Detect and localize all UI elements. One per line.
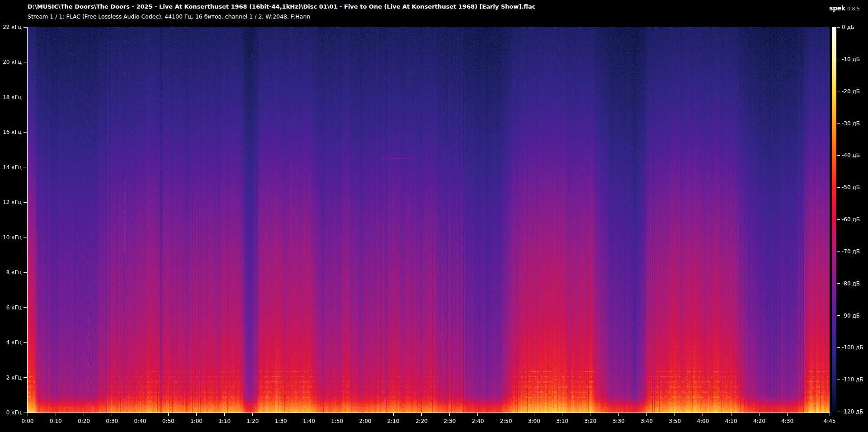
db-tick-label: 0 дБ (842, 24, 854, 30)
freq-tick-label: 16 кГц (0, 129, 22, 135)
time-tick (224, 413, 225, 416)
freq-tick-label: 20 кГц (0, 59, 22, 65)
time-tick (281, 413, 281, 416)
time-tick (562, 413, 562, 416)
db-tick-label: -40 дБ (842, 152, 860, 158)
time-tick-label: 4:00 (693, 418, 713, 424)
db-tick (837, 91, 840, 91)
time-tick (28, 413, 28, 416)
freq-tick (24, 307, 27, 308)
time-tick (393, 413, 394, 416)
db-tick (837, 315, 840, 316)
db-tick-label: -50 дБ (842, 184, 860, 190)
time-tick (84, 413, 84, 416)
freq-tick (24, 342, 27, 343)
freq-tick (24, 237, 27, 237)
db-tick-label: -110 дБ (842, 376, 863, 383)
spek-app-name: spek (829, 5, 845, 12)
time-tick-label: 4:10 (721, 418, 741, 424)
time-tick (477, 413, 478, 416)
time-tick-label: 1:00 (186, 418, 206, 424)
time-tick-label: 3:40 (637, 418, 656, 424)
time-tick (196, 413, 197, 416)
time-tick-label: 0:40 (130, 418, 150, 424)
time-tick-label: 2:50 (496, 418, 516, 424)
db-tick-label: -30 дБ (842, 120, 860, 127)
time-tick-label: 0:00 (18, 418, 38, 424)
db-tick-label: -60 дБ (842, 216, 860, 223)
freq-tick-label: 2 кГц (0, 375, 22, 381)
freq-tick (24, 377, 27, 378)
db-tick (837, 283, 840, 284)
time-tick (759, 413, 760, 416)
spek-window: D:\MUSIC\The Doors\The Doors - 2025 - Li… (0, 0, 868, 432)
spek-logo: spek0.8.5 (829, 4, 860, 12)
db-tick (837, 187, 840, 188)
time-tick-label: 4:30 (778, 418, 797, 424)
db-tick-label: -100 дБ (842, 344, 863, 351)
time-tick-label: 1:30 (271, 418, 291, 424)
stream-info: Stream 1 / 1: FLAC (Free Lossless Audio … (28, 13, 310, 20)
freq-tick-label: 8 кГц (0, 269, 22, 275)
time-tick (787, 413, 788, 416)
time-tick (646, 413, 647, 416)
time-tick (337, 413, 337, 416)
time-tick (449, 413, 450, 416)
spek-app-version: 0.8.5 (847, 6, 860, 12)
db-tick (837, 219, 840, 220)
db-tick-label: -70 дБ (842, 248, 860, 255)
time-tick-label: 1:40 (299, 418, 319, 424)
time-tick (140, 413, 140, 416)
time-tick-label: 1:10 (215, 418, 235, 424)
time-tick (534, 413, 534, 416)
time-tick-label: 3:10 (552, 418, 572, 424)
db-tick (837, 123, 840, 123)
time-tick (675, 413, 675, 416)
freq-tick-label: 10 кГц (0, 234, 22, 241)
freq-tick (24, 202, 27, 203)
time-tick (830, 413, 830, 416)
freq-tick (24, 97, 27, 97)
freq-tick (24, 27, 27, 28)
time-tick (309, 413, 309, 416)
db-tick (837, 347, 840, 348)
time-tick-label: 3:00 (524, 418, 544, 424)
freq-tick (24, 272, 27, 273)
db-tick-label: -120 дБ (842, 408, 863, 415)
time-tick-label: 3:20 (580, 418, 600, 424)
db-tick-label: -20 дБ (842, 88, 860, 95)
y-axis-line (27, 27, 28, 413)
time-tick-label: 1:20 (243, 418, 263, 424)
time-tick-label: 2:30 (440, 418, 460, 424)
time-tick (590, 413, 590, 416)
time-tick-label: 0:20 (74, 418, 94, 424)
time-tick-label: 2:00 (355, 418, 375, 424)
time-tick (112, 413, 112, 416)
colorbar-gradient (832, 27, 836, 412)
db-tick (837, 59, 840, 59)
db-tick (837, 412, 840, 412)
db-tick (837, 251, 840, 252)
freq-tick (24, 167, 27, 167)
time-tick-label: 4:20 (749, 418, 769, 424)
spectrogram-canvas (28, 27, 830, 413)
freq-tick-label: 4 кГц (0, 339, 22, 346)
db-tick-label: -90 дБ (842, 313, 860, 319)
x-axis-line (27, 413, 830, 413)
time-tick-label: 2:10 (383, 418, 403, 424)
freq-tick-label: 12 кГц (0, 199, 22, 205)
time-tick (421, 413, 422, 416)
time-tick-label: 3:50 (665, 418, 685, 424)
freq-tick-label: 18 кГц (0, 94, 22, 100)
time-tick-label: 1:50 (327, 418, 347, 424)
time-tick-label: 0:50 (158, 418, 178, 424)
time-tick-label: 2:20 (411, 418, 431, 424)
time-tick (506, 413, 506, 416)
time-tick (168, 413, 169, 416)
db-tick-label: -80 дБ (842, 280, 860, 287)
time-tick (365, 413, 365, 416)
db-tick-label: -10 дБ (842, 56, 860, 62)
time-tick (731, 413, 731, 416)
time-tick (252, 413, 253, 416)
time-tick-label: 0:10 (46, 418, 66, 424)
